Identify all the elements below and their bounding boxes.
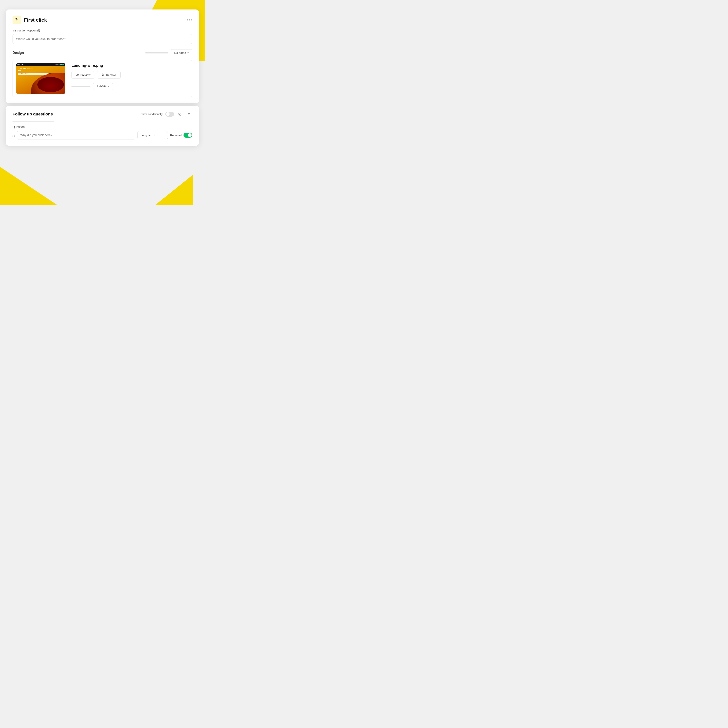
- ue-login: Log in: [55, 64, 59, 66]
- remove-button[interactable]: Remove: [97, 71, 121, 79]
- frame-dropdown-button[interactable]: No frame ▾: [171, 49, 192, 56]
- card-header-left: 🖱 First click: [12, 15, 47, 24]
- copy-button[interactable]: [177, 111, 183, 117]
- dpi-row: Std-DPI ▾: [72, 83, 189, 90]
- question-label: Question: [12, 125, 192, 129]
- ue-title: Order food to your door: [18, 67, 37, 72]
- image-thumbnail: Uber Eats Log in Sign up Order food to y…: [16, 63, 66, 94]
- ue-signup: Sign up: [60, 64, 64, 66]
- dpi-dropdown-button[interactable]: Std-DPI ▾: [93, 83, 113, 90]
- main-wrapper: 🖱 First click Instruction (optional) Des…: [6, 9, 199, 199]
- preview-label: Preview: [80, 73, 90, 76]
- image-card: Uber Eats Log in Sign up Order food to y…: [12, 60, 192, 97]
- more-options-button[interactable]: [187, 19, 192, 20]
- trash-icon: [101, 73, 104, 76]
- first-click-card: 🖱 First click Instruction (optional) Des…: [6, 9, 199, 103]
- followup-title: Follow up questions: [12, 112, 53, 116]
- show-conditionally-toggle[interactable]: [165, 112, 174, 116]
- required-toggle[interactable]: [184, 133, 192, 138]
- cursor-icon: 🖱: [15, 17, 19, 22]
- preview-button[interactable]: Preview: [72, 71, 95, 79]
- divider-bar: [12, 121, 54, 122]
- ue-topbar: Uber Eats Log in Sign up: [16, 63, 66, 66]
- followup-header-right: Show conditionally: [141, 111, 192, 117]
- type-dropdown-button[interactable]: Long text ▾: [138, 131, 168, 139]
- dpi-dropdown-chevron: ▾: [108, 85, 109, 88]
- required-row: Required: [170, 133, 192, 138]
- copy-icon: [178, 113, 181, 116]
- type-dropdown-chevron: ▾: [154, 134, 156, 136]
- ue-brand: Uber Eats: [17, 64, 23, 66]
- frame-dropdown-chevron: ▾: [188, 52, 189, 54]
- ue-bowl: [37, 77, 64, 92]
- frame-dropdown-value: No frame: [174, 51, 186, 54]
- design-section: Design No frame ▾ Uber Eats: [12, 49, 192, 97]
- ue-buttons: Log in Sign up: [55, 64, 64, 66]
- delete-icon: [188, 113, 191, 116]
- first-click-icon-badge: 🖱: [12, 15, 21, 24]
- ue-address-input: Enter delivery address: [18, 73, 48, 75]
- design-header-right: No frame ▾: [145, 49, 192, 56]
- design-slider: [145, 52, 168, 54]
- svg-rect-2: [179, 114, 181, 115]
- card-header: 🖱 First click: [12, 15, 192, 24]
- show-conditionally-label: Show conditionally: [141, 113, 163, 116]
- image-info: Landing-wire.png Preview: [72, 63, 189, 90]
- dpi-slider: [72, 86, 90, 87]
- svg-point-0: [76, 74, 79, 76]
- question-input[interactable]: [17, 131, 135, 140]
- remove-label: Remove: [106, 73, 116, 76]
- followup-header: Follow up questions Show conditionally: [12, 111, 192, 117]
- drag-handle[interactable]: [12, 134, 15, 137]
- svg-point-1: [77, 75, 78, 75]
- required-label: Required: [170, 134, 182, 137]
- delete-button[interactable]: [186, 111, 192, 117]
- ubereats-mockup: Uber Eats Log in Sign up Order food to y…: [16, 63, 66, 94]
- design-label: Design: [12, 51, 24, 55]
- instruction-input[interactable]: [12, 34, 192, 44]
- followup-card: Follow up questions Show conditionally: [6, 106, 199, 146]
- design-header: Design No frame ▾: [12, 49, 192, 56]
- eye-icon: [75, 73, 79, 76]
- image-filename: Landing-wire.png: [72, 63, 189, 68]
- question-row: Long text ▾ Required: [12, 131, 192, 140]
- instruction-label: Instruction (optional): [12, 29, 192, 32]
- dpi-dropdown-value: Std-DPI: [97, 85, 107, 88]
- card-title: First click: [24, 17, 47, 23]
- image-actions: Preview Remove: [72, 71, 189, 79]
- ue-food-image: [31, 73, 66, 94]
- type-dropdown-value: Long text: [141, 134, 153, 137]
